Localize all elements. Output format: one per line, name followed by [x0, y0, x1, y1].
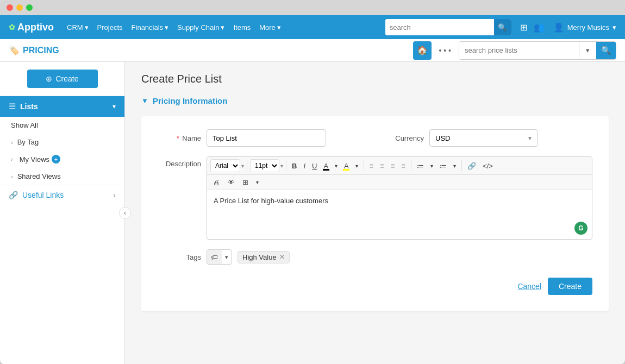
- sub-nav-right: 🏠 • • • ▾ 🔍: [413, 41, 616, 60]
- close-dot[interactable]: [7, 4, 13, 11]
- ordered-list-button[interactable]: ≔: [437, 160, 449, 172]
- highlight-chevron-button[interactable]: ▾: [353, 161, 361, 171]
- sidebar-useful-links[interactable]: 🔗 Useful Links ›: [0, 185, 124, 205]
- cancel-button[interactable]: Cancel: [517, 278, 541, 295]
- editor-toolbar-row2: 🖨 👁 ⊞ ▾: [207, 175, 592, 190]
- currency-wrapper: USD EUR GBP JPY: [429, 129, 538, 147]
- code-button[interactable]: </>: [480, 160, 496, 172]
- nav-supply-chain[interactable]: Supply Chain ▾: [177, 23, 224, 32]
- font-color-button[interactable]: A: [321, 160, 331, 172]
- app-logo: ✿ Apptivo: [9, 22, 54, 33]
- sub-nav: 🏷️ PRICING 🏠 • • • ▾ 🔍: [0, 39, 625, 62]
- search-dropdown-button[interactable]: ▾: [579, 41, 596, 60]
- create-submit-button[interactable]: Create: [548, 278, 592, 295]
- tag-chip-label: High Value: [242, 253, 277, 261]
- create-label: Create: [55, 74, 78, 83]
- more-options-button[interactable]: • • •: [436, 44, 454, 57]
- search-go-button[interactable]: 🔍: [596, 41, 616, 60]
- bold-button[interactable]: B: [289, 160, 299, 172]
- nav-more-label: More: [259, 23, 276, 32]
- sidebar-lists-section: ☰ Lists ▾ Show All › By Tag › My Views +: [0, 96, 124, 185]
- tag-add-button[interactable]: 🏷 ▾: [207, 249, 232, 265]
- nav-financials-label: Financials: [132, 23, 164, 32]
- table-button[interactable]: ⊞: [240, 177, 251, 188]
- print-button[interactable]: 🖨: [210, 177, 223, 188]
- chevron-down-icon: ▾: [586, 46, 590, 54]
- people-icon: 👥: [534, 22, 545, 33]
- align-left-button[interactable]: ≡: [367, 160, 377, 172]
- italic-button[interactable]: I: [301, 160, 308, 172]
- nav-more[interactable]: More ▾: [259, 23, 281, 32]
- form-card: * Name Currency USD EUR GBP JPY: [141, 116, 609, 311]
- link-button[interactable]: 🔗: [465, 160, 479, 172]
- nav-supply-chain-label: Supply Chain: [177, 23, 219, 32]
- description-text: A Price List for high-value customers: [214, 197, 328, 205]
- price-list-search-input[interactable]: [459, 41, 579, 60]
- toolbar-sep-1: [247, 160, 247, 171]
- font-size-select[interactable]: 11pt: [250, 159, 279, 172]
- tags-row: Tags 🏷 ▾ High Value ✕: [158, 249, 592, 265]
- currency-label: Currency: [380, 134, 424, 142]
- section-collapse-icon[interactable]: ▼: [141, 97, 148, 105]
- nav-items-label: Items: [233, 23, 251, 32]
- main-layout: ⊕ Create ☰ Lists ▾ Show All › By Tag ›: [0, 62, 625, 364]
- top-nav: ✿ Apptivo CRM ▾ Projects Financials ▾ Su…: [0, 15, 625, 39]
- global-search-input[interactable]: [385, 19, 494, 35]
- sidebar-lists-header[interactable]: ☰ Lists ▾: [0, 96, 124, 117]
- unordered-list-button[interactable]: ≔: [414, 160, 427, 172]
- unordered-list-chevron-button[interactable]: ▾: [428, 161, 436, 171]
- pricing-icon: 🏷️: [9, 45, 20, 55]
- home-button[interactable]: 🏠: [413, 41, 432, 60]
- nav-items[interactable]: Items: [233, 23, 251, 32]
- description-label: Description: [158, 156, 201, 168]
- nav-crm[interactable]: CRM ▾: [67, 23, 89, 32]
- nav-projects[interactable]: Projects: [97, 23, 123, 32]
- font-color-chevron-button[interactable]: ▾: [332, 161, 340, 171]
- link-icon: 🔗: [9, 191, 18, 199]
- sidebar-collapse-button[interactable]: ‹: [119, 207, 131, 219]
- table-chevron-button[interactable]: ▾: [253, 178, 261, 187]
- tag-icon: 🏷: [207, 250, 222, 264]
- nav-icons: ⊞ 👥: [520, 22, 545, 33]
- toolbar-sep-2: [286, 160, 286, 171]
- preview-button[interactable]: 👁: [225, 177, 238, 188]
- underline-button[interactable]: U: [309, 160, 320, 172]
- tags-label: Tags: [158, 253, 201, 261]
- align-justify-button[interactable]: ≡: [399, 160, 409, 172]
- name-input[interactable]: [207, 129, 326, 147]
- create-button[interactable]: ⊕ Create: [27, 70, 98, 88]
- pricing-section-label: 🏷️ PRICING: [9, 45, 59, 55]
- nav-more-chevron: ▾: [277, 23, 281, 32]
- description-row: Description Arial ▾ 11pt ▾: [158, 156, 592, 240]
- user-name: Merry Musics: [567, 23, 609, 32]
- add-view-button[interactable]: +: [52, 155, 60, 164]
- align-right-button[interactable]: ≡: [388, 160, 398, 172]
- sidebar-by-tag[interactable]: › By Tag: [0, 134, 124, 150]
- content-area: Create Price List ▼ Pricing Information …: [125, 62, 625, 364]
- sidebar-shared-views[interactable]: › Shared Views: [0, 168, 124, 185]
- shared-views-chevron-icon: ›: [11, 173, 13, 180]
- ordered-list-chevron-button[interactable]: ▾: [451, 161, 459, 171]
- highlight-button[interactable]: A: [341, 160, 352, 172]
- maximize-dot[interactable]: [26, 4, 33, 11]
- align-center-button[interactable]: ≡: [377, 160, 387, 172]
- people-icon-button[interactable]: 👥: [534, 22, 545, 33]
- plus-icon: ⊕: [46, 74, 52, 83]
- tag-chip-close-button[interactable]: ✕: [279, 254, 285, 260]
- logo-text: Apptivo: [17, 22, 54, 33]
- currency-select[interactable]: USD EUR GBP JPY: [429, 129, 538, 147]
- grid-icon-button[interactable]: ⊞: [520, 22, 527, 33]
- sidebar-my-views[interactable]: › My Views +: [0, 150, 124, 168]
- section-header: ▼ Pricing Information: [141, 96, 609, 105]
- description-editor-body[interactable]: A Price List for high-value customers G: [207, 190, 592, 239]
- sidebar-show-all[interactable]: Show All: [0, 117, 124, 134]
- font-family-select[interactable]: Arial: [210, 159, 240, 172]
- user-menu[interactable]: 👤 Merry Musics ▾: [553, 22, 616, 33]
- nav-financials[interactable]: Financials ▾: [132, 23, 169, 32]
- list-icon: ☰: [9, 102, 16, 111]
- nav-financials-chevron: ▾: [165, 23, 168, 32]
- minimize-dot[interactable]: [16, 4, 23, 11]
- useful-links-label: Useful Links: [22, 191, 64, 199]
- global-search-button[interactable]: 🔍: [494, 19, 511, 35]
- page-title: Create Price List: [141, 73, 609, 85]
